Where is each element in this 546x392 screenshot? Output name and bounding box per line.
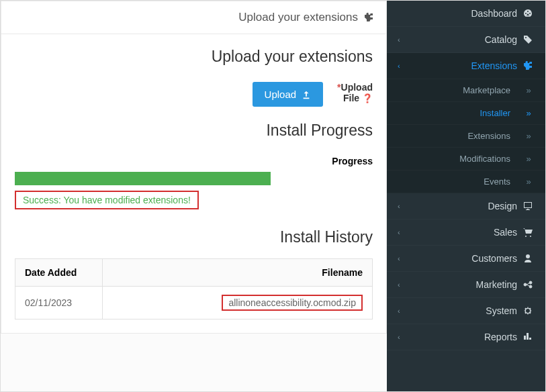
user-icon [522,253,535,264]
sidebar-item-dashboard[interactable]: Dashboard [387,1,545,27]
sidebar-item-label: Modifications [398,154,517,164]
sidebar-item-label: System [400,305,517,316]
dashboard-icon [522,8,535,19]
sidebar-item-design[interactable]: ‹ Design [387,193,545,219]
progress-title: Install Progress [15,121,373,140]
sidebar-item-label: Extensions [400,60,517,71]
sub-icon: » [522,85,535,95]
share-icon [522,279,535,290]
gear-icon [522,305,535,316]
chart-icon [522,332,535,342]
sidebar-item-label: Installer [398,108,517,118]
sidebar-item-marketing[interactable]: ‹ Marketing [387,272,545,298]
progress-bar [15,172,271,185]
sidebar-item-marketplace[interactable]: Marketplace » [387,79,545,102]
success-message: Success: You have modified extensions! [15,191,199,209]
upload-panel: Upload your extensions Upload your exten… [1,1,387,334]
col-date: Date Added [15,259,103,287]
upload-label: *Upload File ❓ [335,82,373,103]
col-filename: Filename [103,259,373,287]
sidebar-submenu-extensions: Marketplace » Installer » Extensions » M… [387,79,545,193]
sub-icon: » [522,177,535,187]
progress-label: Progress [332,156,373,166]
panel-header: Upload your extensions [1,1,386,34]
sidebar-item-label: Marketing [400,279,517,290]
sidebar-item-extensions[interactable]: ‹ Extensions [387,53,545,79]
cell-filename: allinoneaccessibility.ocmod.zip [103,287,373,320]
history-title: Install History [15,228,373,246]
desktop-icon [522,201,535,211]
sidebar-item-extensions-sub[interactable]: Extensions » [387,125,545,148]
upload-button-label: Upload [265,89,297,100]
sidebar-item-customers[interactable]: ‹ Customers [387,246,545,272]
sidebar-item-label: Extensions [398,131,517,141]
sidebar-item-label: Reports [400,332,517,342]
sidebar-item-label: Marketplace [398,85,517,95]
cart-icon [522,227,535,238]
table-row: 02/11/2023 allinoneaccessibility.ocmod.z… [15,287,373,320]
sidebar-item-catalog[interactable]: ‹ Catalog [387,27,545,53]
progress-row: Progress [15,156,373,166]
puzzle-icon [522,60,535,71]
sidebar-item-label: Catalog [400,34,517,45]
upload-row: Upload *Upload File ❓ [15,82,373,107]
sidebar-item-label: Dashboard [398,8,517,19]
sidebar-item-label: Sales [400,227,517,238]
upload-icon [302,90,311,99]
sub-icon: » [522,131,535,141]
sidebar-item-label: Events [398,177,517,187]
sub-icon: » [522,154,535,164]
sidebar: Dashboard ‹ Catalog ‹ Extensions Marketp… [387,1,545,391]
sidebar-item-modifications[interactable]: Modifications » [387,148,545,170]
tag-icon [522,34,535,45]
sidebar-item-system[interactable]: ‹ System [387,298,545,324]
sidebar-item-sales[interactable]: ‹ Sales [387,219,545,246]
sidebar-item-reports[interactable]: ‹ Reports [387,324,545,350]
section-title: Upload your extensions [15,48,373,66]
history-table: Date Added Filename 02/11/2023 allinonea… [15,258,373,320]
sidebar-item-installer[interactable]: Installer » [387,102,545,125]
cell-date: 02/11/2023 [15,287,103,320]
sub-icon: » [522,108,535,118]
sidebar-item-events[interactable]: Events » [387,170,545,193]
main-content: Upload your extensions Upload your exten… [1,1,387,391]
puzzle-icon [363,12,374,23]
sidebar-item-label: Customers [400,253,517,264]
upload-button[interactable]: Upload [253,82,324,107]
help-icon[interactable]: ❓ [362,93,373,103]
panel-header-text: Upload your extensions [238,11,358,24]
sidebar-item-label: Design [400,201,517,211]
